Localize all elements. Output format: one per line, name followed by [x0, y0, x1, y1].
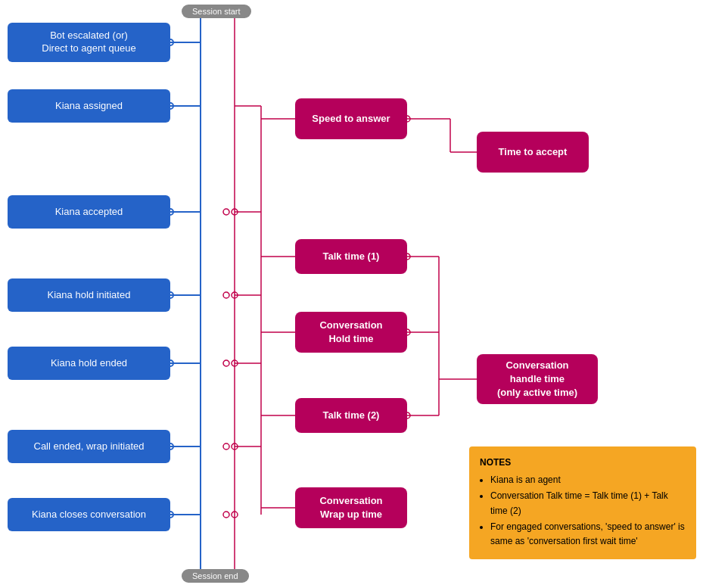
event-kiana-hold-ended: Kiana hold ended [8, 347, 170, 380]
event-bot-escalated: Bot escalated (or)Direct to agent queue [8, 23, 170, 62]
notes-item-1: Kiana is an agent [490, 473, 686, 487]
event-kiana-closes: Kiana closes conversation [8, 498, 170, 531]
svg-point-61 [232, 512, 238, 518]
svg-point-33 [223, 292, 229, 298]
metric-time-to-accept: Time to accept [477, 132, 589, 173]
metric-speed-to-answer: Speed to answer [295, 98, 407, 139]
metric-conversation-handle-time: Conversationhandle time(only active time… [477, 354, 598, 404]
svg-point-54 [223, 443, 229, 450]
metric-talk-time-2: Talk time (2) [295, 398, 407, 433]
notes-title: NOTES [480, 456, 686, 470]
event-call-ended-wrap: Call ended, wrap initiated [8, 430, 170, 463]
notes-item-2: Conversation Talk time = Talk time (1) +… [490, 489, 686, 518]
svg-point-39 [223, 360, 229, 366]
metric-conversation-hold-time: ConversationHold time [295, 312, 407, 353]
session-start-label: Session start [182, 5, 251, 18]
session-end-label: Session end [182, 569, 249, 583]
event-kiana-assigned: Kiana assigned [8, 89, 170, 123]
notes-list: Kiana is an agent Conversation Talk time… [480, 473, 686, 549]
svg-point-34 [232, 292, 238, 298]
diagram-container: Session start Bot escalated (or)Direct t… [0, 0, 703, 588]
svg-point-55 [232, 443, 238, 450]
svg-point-27 [223, 209, 229, 215]
svg-point-60 [223, 512, 229, 518]
svg-point-40 [232, 360, 238, 366]
svg-point-28 [232, 209, 238, 215]
metric-conversation-wrap-up: ConversationWrap up time [295, 487, 407, 528]
notes-item-3: For engaged conversations, 'speed to ans… [490, 520, 686, 549]
event-kiana-accepted: Kiana accepted [8, 195, 170, 229]
event-kiana-hold-initiated: Kiana hold initiated [8, 278, 170, 312]
notes-box: NOTES Kiana is an agent Conversation Tal… [469, 446, 696, 559]
metric-talk-time-1: Talk time (1) [295, 239, 407, 274]
